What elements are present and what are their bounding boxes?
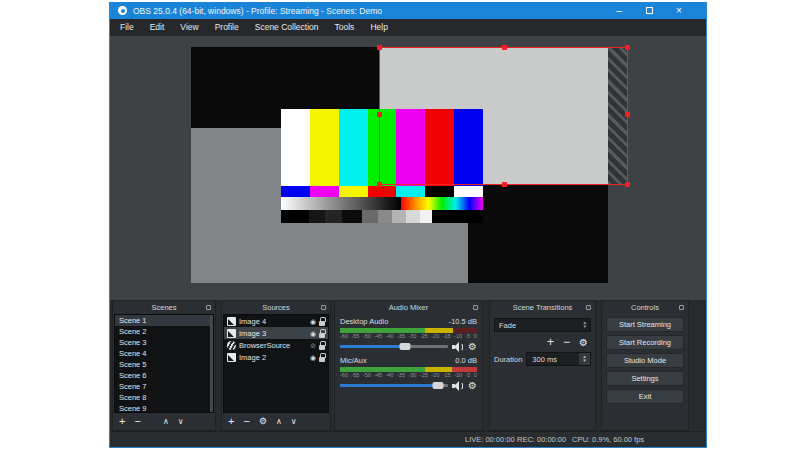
add-source-button[interactable]: + [228, 413, 234, 430]
channel-gear-icon[interactable]: ⚙ [468, 342, 477, 352]
volume-slider-thumb[interactable] [399, 343, 410, 350]
start-streaming-button[interactable]: Start Streaming [606, 317, 684, 332]
menu-tools[interactable]: Tools [327, 19, 363, 36]
lock-icon[interactable] [319, 329, 325, 338]
minimize-button[interactable]: – [604, 2, 634, 19]
source-item[interactable]: Image 2 ◉ [224, 351, 328, 363]
resize-handle[interactable] [377, 182, 382, 187]
duration-value: 300 ms [527, 355, 579, 364]
scene-item[interactable]: Scene 8 [115, 392, 213, 403]
channel-gear-icon[interactable]: ⚙ [468, 381, 477, 391]
resize-handle[interactable] [377, 45, 382, 50]
scene-item[interactable]: Scene 4 [115, 348, 213, 359]
scene-canvas[interactable] [191, 47, 608, 283]
popout-icon[interactable] [586, 305, 591, 310]
scenes-list: Scene 1 Scene 2 Scene 3 Scene 4 Scene 5 … [114, 314, 214, 413]
move-scene-up-button[interactable]: ∧ [163, 417, 169, 426]
scenes-header[interactable]: Scenes [113, 301, 215, 314]
scenes-scrollbar[interactable] [210, 315, 213, 412]
volume-slider[interactable] [340, 345, 448, 348]
menu-bar: File Edit View Profile Scene Collection … [110, 19, 706, 36]
source-item[interactable]: BrowserSource ⊘ [224, 339, 328, 351]
settings-button[interactable]: Settings [606, 371, 684, 386]
close-button[interactable]: × [664, 2, 694, 19]
popout-icon[interactable] [321, 305, 326, 310]
image-source-icon [227, 329, 236, 338]
volume-slider[interactable] [340, 384, 448, 387]
scenes-toolbar: + − ∧ ∨ [113, 413, 215, 430]
visibility-eye-off-icon[interactable]: ⊘ [310, 341, 316, 350]
move-scene-down-button[interactable]: ∨ [178, 417, 184, 426]
maximize-button[interactable] [634, 2, 664, 19]
transition-select[interactable]: Fade ▲▼ [494, 318, 591, 332]
resize-handle[interactable] [625, 182, 630, 187]
maximize-icon [646, 7, 653, 14]
menu-scene-collection[interactable]: Scene Collection [247, 19, 327, 36]
resize-handle[interactable] [625, 45, 630, 50]
popout-icon[interactable] [473, 305, 478, 310]
exit-button[interactable]: Exit [606, 389, 684, 404]
move-source-down-button[interactable]: ∨ [291, 417, 297, 426]
preview-area [110, 36, 706, 300]
scene-transitions-header[interactable]: Scene Transitions [490, 301, 595, 314]
lock-icon[interactable] [319, 353, 325, 362]
resize-handle[interactable] [625, 112, 630, 117]
scene-item[interactable]: Scene 6 [115, 370, 213, 381]
speaker-icon[interactable] [452, 342, 464, 352]
scene-item[interactable]: Scene 1 [115, 315, 213, 326]
menu-profile[interactable]: Profile [207, 19, 247, 36]
rec-time: REC: 00:00:00 [517, 435, 566, 444]
resize-handle[interactable] [502, 45, 507, 50]
volume-slider-thumb[interactable] [433, 382, 444, 389]
remove-source-button[interactable]: − [243, 413, 249, 430]
duration-label: Duration [494, 355, 522, 364]
resize-handle[interactable] [377, 112, 382, 117]
sources-header[interactable]: Sources [222, 301, 330, 314]
visibility-eye-icon[interactable]: ◉ [310, 317, 316, 326]
spinner-arrows-icon[interactable]: ▲▼ [579, 353, 590, 365]
resize-handle[interactable] [502, 182, 507, 187]
lock-icon[interactable] [319, 341, 325, 350]
start-recording-button[interactable]: Start Recording [606, 335, 684, 350]
channel-level: -10.5 dB [449, 317, 477, 327]
menu-help[interactable]: Help [362, 19, 395, 36]
volume-meter [340, 328, 477, 333]
sources-toolbar: + − ⚙ ∧ ∨ [222, 413, 330, 430]
lock-icon[interactable] [319, 317, 325, 326]
scene-item[interactable]: Scene 5 [115, 359, 213, 370]
source-item[interactable]: Image 4 ◉ [224, 315, 328, 327]
popout-icon[interactable] [679, 305, 684, 310]
menu-view[interactable]: View [172, 19, 206, 36]
title-bar[interactable]: OBS 25.0.4 (64-bit, windows) - Profile: … [110, 2, 706, 19]
scene-item[interactable]: Scene 7 [115, 381, 213, 392]
controls-header[interactable]: Controls [602, 301, 688, 314]
source-item-selected[interactable]: Image 3 ◉ [224, 327, 328, 339]
window-title: OBS 25.0.4 (64-bit, windows) - Profile: … [133, 6, 382, 16]
scenes-panel: Scenes Scene 1 Scene 2 Scene 3 Scene 4 S… [112, 300, 216, 431]
remove-scene-button[interactable]: − [134, 413, 140, 430]
menu-edit[interactable]: Edit [142, 19, 173, 36]
visibility-eye-icon[interactable]: ◉ [310, 329, 316, 338]
transition-value: Fade [499, 321, 516, 330]
sources-panel: Sources Image 4 ◉ Image 3 ◉ BrowserSourc… [221, 300, 331, 431]
channel-name: Desktop Audio [340, 317, 388, 327]
scene-item[interactable]: Scene 9 [115, 403, 213, 413]
move-source-up-button[interactable]: ∧ [276, 417, 282, 426]
studio-mode-button[interactable]: Studio Mode [606, 353, 684, 368]
speaker-icon[interactable] [452, 381, 464, 391]
visibility-eye-icon[interactable]: ◉ [310, 353, 316, 362]
selection-border[interactable] [379, 47, 628, 185]
scene-item[interactable]: Scene 2 [115, 326, 213, 337]
add-scene-button[interactable]: + [119, 413, 125, 430]
duration-spinner[interactable]: 300 ms ▲▼ [526, 352, 591, 366]
scene-item[interactable]: Scene 3 [115, 337, 213, 348]
audio-mixer-header[interactable]: Audio Mixer [335, 301, 482, 314]
browser-source-icon [227, 341, 236, 350]
menu-file[interactable]: File [112, 19, 142, 36]
source-properties-button[interactable]: ⚙ [259, 413, 267, 430]
meter-scale: -60-55 -50-45 -40-35 -30-25 -20-15 -10-5… [340, 372, 477, 379]
popout-icon[interactable] [206, 305, 211, 310]
transition-properties-button[interactable]: ⚙ [579, 334, 588, 351]
add-transition-button[interactable]: + [547, 334, 554, 351]
remove-transition-button[interactable]: − [563, 334, 570, 351]
